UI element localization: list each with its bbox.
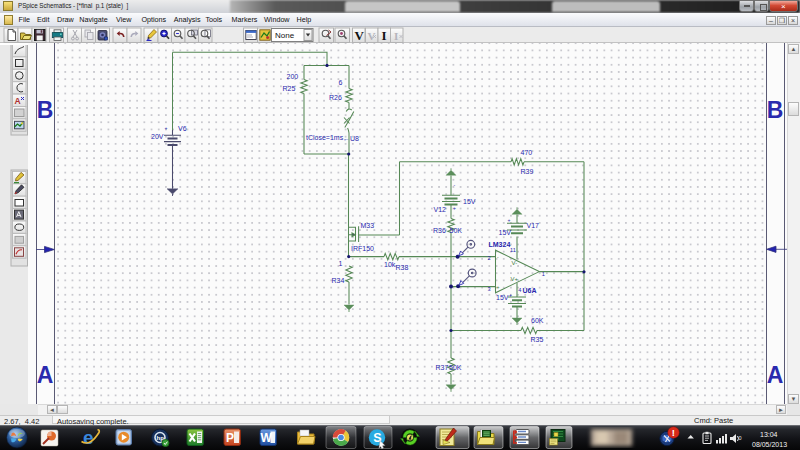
svg-text:0: 0 [739,435,742,441]
svg-text:A: A [15,96,21,106]
svg-text:!: ! [672,427,675,438]
svg-text:I: I [394,30,398,42]
svg-text:13:04: 13:04 [760,431,778,438]
svg-text:I: I [382,28,387,43]
svg-text:V: V [368,30,376,42]
svg-text:W: W [261,431,273,445]
svg-text:None: None [275,31,295,40]
svg-text:08/05/2013: 08/05/2013 [752,441,787,448]
svg-text:V: V [355,28,365,43]
svg-text:P: P [226,431,234,445]
svg-text:e: e [83,427,94,448]
